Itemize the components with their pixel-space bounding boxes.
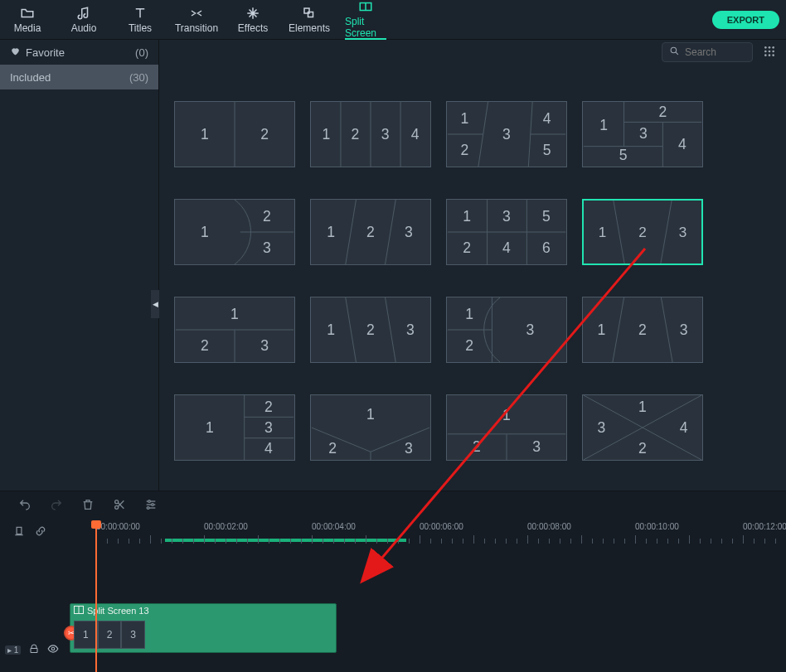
tab-transition[interactable]: Transition <box>176 0 217 40</box>
timeline-ruler[interactable]: 00:00:00:0000:00:02:0000:00:04:0000:00:0… <box>70 520 786 544</box>
svg-text:2: 2 <box>658 104 667 120</box>
marker-icon[interactable] <box>13 525 25 539</box>
clip-cell: 3 <box>121 621 145 649</box>
svg-point-12 <box>764 54 767 56</box>
presets-toolbar <box>159 40 786 65</box>
presets-panel: ◀ 1 2 <box>159 40 786 491</box>
preset-1-top-2-bottom[interactable]: 1 2 3 <box>174 297 295 363</box>
svg-text:2: 2 <box>465 337 473 354</box>
svg-text:1: 1 <box>201 126 209 143</box>
svg-text:2: 2 <box>352 126 360 143</box>
tab-media-label: Media <box>14 22 41 34</box>
timeline-clip[interactable]: ✂ Split Screen 13 1 2 3 <box>70 603 337 653</box>
svg-text:1: 1 <box>460 110 468 127</box>
sidebar-item-included[interactable]: Included (30) <box>0 65 158 89</box>
svg-text:6: 6 <box>542 239 551 256</box>
svg-point-112 <box>152 504 154 506</box>
shapes-icon <box>302 6 317 21</box>
preset-5-pinwheel[interactable]: 1 2 3 4 5 <box>582 101 703 167</box>
svg-text:3: 3 <box>406 321 415 338</box>
sidebar-favorite-count: (0) <box>135 46 148 59</box>
svg-line-81 <box>613 297 624 362</box>
link-icon[interactable] <box>35 525 46 539</box>
search-box[interactable] <box>662 42 753 62</box>
svg-text:3: 3 <box>502 208 511 225</box>
preset-t-split[interactable]: 1 2 3 <box>446 394 567 461</box>
text-icon <box>133 6 148 21</box>
lock-icon[interactable] <box>29 644 39 656</box>
collapse-sidebar-handle[interactable]: ◀ <box>151 290 159 318</box>
svg-text:3: 3 <box>502 126 511 143</box>
svg-text:2: 2 <box>638 225 647 240</box>
preset-6-grid[interactable]: 1 2 3 4 5 6 <box>446 199 567 265</box>
preset-arc-3[interactable]: 1 2 3 <box>174 199 295 265</box>
svg-line-48 <box>386 200 396 264</box>
video-track-head: ▸ 1 <box>0 628 70 671</box>
track-index-badge: ▸ 1 <box>5 645 21 655</box>
timeline: 00:00:00:0000:00:02:0000:00:04:0000:00:0… <box>0 520 786 672</box>
export-button[interactable]: EXPORT <box>712 11 779 29</box>
tab-audio[interactable]: Audio <box>63 0 104 40</box>
svg-text:4: 4 <box>543 110 551 127</box>
svg-point-116 <box>52 647 56 650</box>
preset-3-diag-alt[interactable]: 1 2 3 <box>310 297 431 363</box>
svg-text:2: 2 <box>328 440 337 457</box>
heart-icon <box>10 46 21 59</box>
svg-text:2: 2 <box>638 440 647 457</box>
svg-text:2: 2 <box>473 438 481 455</box>
svg-point-4 <box>671 47 677 53</box>
grid-view-icon[interactable] <box>763 45 776 60</box>
tab-effects[interactable]: Effects <box>232 0 274 40</box>
split-icon[interactable] <box>113 498 126 514</box>
adjust-icon[interactable] <box>144 498 158 514</box>
tab-split-screen[interactable]: Split Screen <box>345 0 386 40</box>
clip-preview-cells: 1 2 3 <box>74 621 145 649</box>
sidebar-item-favorite[interactable]: Favorite (0) <box>0 40 158 65</box>
search-input[interactable] <box>685 46 743 58</box>
svg-text:2: 2 <box>463 239 471 256</box>
tab-transition-label: Transition <box>175 22 218 34</box>
svg-point-8 <box>772 46 774 49</box>
svg-line-72 <box>386 297 396 362</box>
eye-icon[interactable] <box>47 643 59 657</box>
svg-text:3: 3 <box>639 125 648 142</box>
svg-text:1: 1 <box>465 306 473 322</box>
svg-point-11 <box>772 50 774 52</box>
preset-5-diag[interactable]: 1 2 3 4 5 <box>446 101 567 167</box>
sidebar-included-count: (30) <box>129 71 148 84</box>
svg-text:3: 3 <box>680 321 688 338</box>
preset-1-left-3-right[interactable]: 1 2 3 4 <box>174 394 295 461</box>
tab-media[interactable]: Media <box>7 0 48 40</box>
svg-point-111 <box>148 500 151 503</box>
preset-2-col[interactable]: 1 2 <box>174 101 295 167</box>
tab-titles[interactable]: Titles <box>119 0 161 40</box>
svg-text:1: 1 <box>502 407 511 423</box>
playhead[interactable] <box>95 520 97 672</box>
svg-text:2: 2 <box>264 399 273 415</box>
tab-elements[interactable]: Elements <box>289 0 330 40</box>
svg-text:2: 2 <box>201 337 209 354</box>
preset-3-trapezoid[interactable]: 1 2 3 <box>582 199 703 265</box>
transition-icon <box>189 6 204 21</box>
preset-3-diag[interactable]: 1 2 3 <box>310 199 431 265</box>
preset-3-trapezoid-b[interactable]: 1 2 3 <box>582 297 703 363</box>
redo-icon[interactable] <box>50 498 63 514</box>
preset-4-col[interactable]: 1 2 3 4 <box>310 101 431 167</box>
preset-envelope[interactable]: 1 2 3 <box>310 394 431 461</box>
preset-x-4[interactable]: 1 2 3 4 <box>582 394 703 461</box>
svg-point-14 <box>772 54 774 56</box>
ruler-timestamp: 00:00:00:00 <box>96 522 140 531</box>
svg-text:3: 3 <box>381 126 390 143</box>
svg-text:1: 1 <box>230 306 239 322</box>
preset-grid: 1 2 1 2 3 4 1 2 3 <box>159 65 786 469</box>
delete-icon[interactable] <box>81 498 95 514</box>
svg-line-82 <box>661 297 672 362</box>
ruler-timestamp: 00:00:02:00 <box>204 522 248 531</box>
clip-thumb-icon <box>74 606 84 616</box>
preset-arc-right-3[interactable]: 1 2 3 <box>446 297 567 363</box>
music-icon <box>76 6 91 21</box>
svg-text:1: 1 <box>327 224 335 240</box>
undo-icon[interactable] <box>18 498 32 514</box>
timeline-header-icons <box>0 520 70 544</box>
svg-text:1: 1 <box>327 321 335 338</box>
